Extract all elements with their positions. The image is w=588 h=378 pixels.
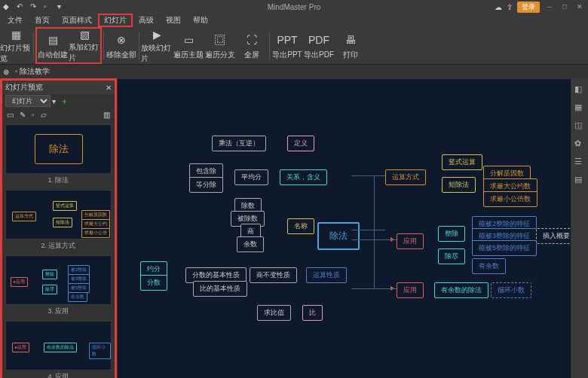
node-yunsuanfangshi[interactable]: 运算方式 — [385, 169, 426, 185]
遍历主题-icon: ▭ — [180, 32, 197, 48]
redo-icon[interactable]: ↷ — [30, 2, 39, 11]
node-yingyong1[interactable]: 应用 — [397, 233, 424, 249]
node-qiubi[interactable]: 求比值 — [257, 305, 291, 321]
移除全部-icon: ⊗ — [113, 32, 130, 48]
menu-首页[interactable]: 首页 — [29, 14, 56, 27]
menu-幻灯片[interactable]: 幻灯片 — [98, 14, 133, 27]
ribbon-group: ▦幻灯片预览 — [0, 27, 32, 64]
node-bi[interactable]: 比 — [302, 305, 323, 321]
slide-thumb[interactable]: ▸应用有余数的除法循环小数4. 应用 — [5, 321, 112, 378]
menu-视图[interactable]: 视图 — [160, 14, 187, 27]
rt-style-icon[interactable]: ◧ — [574, 84, 585, 95]
qat-more-icon[interactable]: ▾ — [57, 2, 66, 11]
menu-文件[interactable]: 文件 — [2, 14, 29, 27]
undo-icon[interactable]: ↶ — [17, 2, 26, 11]
ribbon: ▦幻灯片预览▤自动创建▧系加幻灯片⊗移除全部▶放映幻灯片▭遍历主题⿴遍历分支⛶全… — [0, 27, 588, 65]
ribbon-导出PPT[interactable]: PPT导出PPT — [271, 27, 303, 64]
node-yingyong2[interactable]: 应用 — [397, 282, 424, 298]
save-icon[interactable]: ▫ — [44, 2, 53, 11]
ribbon-全屏[interactable]: ⛶全屏 — [236, 27, 268, 64]
ribbon-幻灯片预览[interactable]: ▦幻灯片预览 — [0, 27, 32, 64]
node-bijb[interactable]: 比的基本性质 — [193, 281, 247, 297]
node-shushi[interactable]: 竖式运算 — [442, 154, 482, 170]
node-charu[interactable]: 插入概要 — [536, 228, 571, 244]
close-panel-icon[interactable]: ⊗ — [3, 68, 9, 76]
close-button[interactable]: ✕ — [574, 2, 585, 11]
node-tz5[interactable]: 能被5整除的特征 — [472, 240, 537, 256]
自动创建-icon: ▤ — [44, 32, 61, 48]
slide-selector[interactable]: 幻灯片 2 — [5, 95, 51, 107]
tool-edit-icon[interactable]: ✎ — [20, 111, 26, 119]
slide-label: 2. 运算方式 — [5, 239, 112, 252]
node-dingyi[interactable]: 定义 — [287, 136, 314, 151]
cloud-icon[interactable]: ☁ — [495, 3, 502, 11]
node-chujin[interactable]: 除尽 — [438, 248, 465, 264]
minimize-button[interactable]: – — [544, 2, 555, 11]
node-youyushu[interactable]: 有余数 — [472, 258, 506, 274]
ribbon-遍历主题[interactable]: ▭遍历主题 — [173, 27, 204, 64]
connector — [351, 230, 385, 230]
幻灯片预览-icon: ▦ — [8, 27, 24, 41]
node-pingjunfen[interactable]: 平均分 — [234, 169, 268, 185]
node-youyuchufa[interactable]: 有余数的除法 — [434, 282, 488, 298]
content: 幻灯片预览 ✕ 幻灯片 2 ▾ ＋ ▭ ✎ ▫ ▱ ▥ 除法1. 除法运算方式竖… — [0, 78, 588, 378]
tool-view-icon[interactable]: ▥ — [103, 111, 110, 119]
node-fenshu[interactable]: 分数 — [140, 275, 167, 291]
node-gongbei[interactable]: 求最小公倍数 — [483, 191, 537, 207]
titlebar: ◆ ↶ ↷ ▫ ▾ MindMaster Pro ☁ ⇪ 登录 – □ ✕ — [0, 0, 588, 14]
node-dengfenchu[interactable]: 等分除 — [189, 177, 223, 193]
rt-theme-icon[interactable]: ▦ — [574, 102, 585, 113]
系加幻灯片-icon: ▧ — [76, 29, 93, 41]
slides-panel-header: 幻灯片预览 ✕ — [2, 81, 115, 94]
ribbon-移除全部[interactable]: ⊗移除全部 — [106, 27, 137, 64]
share-icon[interactable]: ⇪ — [507, 3, 513, 11]
menu-高级[interactable]: 高级 — [133, 14, 160, 27]
rt-layout-icon[interactable]: ◫ — [574, 120, 585, 131]
ribbon-放映幻灯片[interactable]: ▶放映幻灯片 — [141, 27, 173, 64]
tool-insert-icon[interactable]: ▭ — [7, 111, 14, 119]
slides-toolbar: ▭ ✎ ▫ ▱ ▥ — [2, 108, 115, 121]
rt-icon-icon[interactable]: ☰ — [574, 157, 585, 167]
ribbon-自动创建[interactable]: ▤自动创建 — [37, 29, 69, 62]
node-mingcheng[interactable]: 名称 — [287, 218, 314, 234]
slide-thumb[interactable]: 除法1. 除法 — [5, 124, 112, 187]
slide-sel-dropdown-icon[interactable]: ▾ — [52, 97, 56, 105]
panel-close-icon[interactable]: ✕ — [106, 84, 112, 92]
ribbon-group: ⊗移除全部 — [106, 27, 137, 64]
node-ysxz[interactable]: 运算性质 — [306, 267, 347, 283]
mindmap-canvas[interactable]: 除法 定义 乘法（互逆） 关系，含义 平均分 包含除 等分除 名称 除数 被除数… — [117, 78, 571, 378]
slide-thumb[interactable]: 运算方式竖式运算短除法分解质因数求最大公约求最小公倍2. 运算方式 — [5, 190, 112, 252]
ribbon-导出PDF[interactable]: PDF导出PDF — [303, 27, 335, 64]
node-duanchu[interactable]: 短除法 — [442, 177, 476, 193]
node-center[interactable]: 除法 — [317, 222, 360, 250]
ribbon-group: PPT导出PPTPDF导出PDF🖶打印 — [271, 27, 366, 64]
node-chengfa[interactable]: 乘法（互逆） — [212, 136, 266, 151]
app-icon: ◆ — [3, 2, 12, 11]
document-tab[interactable]: ▫ 除法教学 — [15, 66, 50, 77]
ribbon-遍历分支[interactable]: ⿴遍历分支 — [204, 27, 236, 64]
tool-frame-icon[interactable]: ▱ — [41, 111, 47, 119]
ribbon-系加幻灯片[interactable]: ▧系加幻灯片 — [69, 29, 100, 62]
rt-tag-icon[interactable]: ✿ — [574, 139, 585, 149]
tool-copy-icon[interactable]: ▫ — [32, 111, 35, 119]
slide-thumb[interactable]: ▸应用整除除尽被2整除被3整除被5整除有余数3. 应用 — [5, 255, 112, 318]
node-yushu[interactable]: 余数 — [237, 236, 264, 252]
slide-label: 3. 应用 — [5, 305, 112, 318]
node-xunhuan[interactable]: 循环小数 — [491, 282, 531, 298]
add-slide-button[interactable]: ＋ — [60, 96, 69, 107]
document-tabs: ⊗ ▫ 除法教学 — [0, 65, 588, 78]
right-toolbar: ◧ ▦ ◫ ✿ ☰ ▤ — [571, 78, 588, 378]
ribbon-打印[interactable]: 🖶打印 — [335, 27, 366, 64]
全屏-icon: ⛶ — [243, 32, 260, 48]
node-sbb[interactable]: 商不变性质 — [250, 267, 297, 283]
menu-页面样式[interactable]: 页面样式 — [56, 14, 98, 27]
rt-clip-icon[interactable]: ▤ — [574, 175, 585, 185]
maximize-button[interactable]: □ — [559, 2, 570, 11]
node-zhengchu[interactable]: 整除 — [438, 226, 465, 242]
qat: ◆ ↶ ↷ ▫ ▾ — [3, 2, 66, 11]
menu-帮助[interactable]: 帮助 — [187, 14, 214, 27]
导出PPT-icon: PPT — [279, 32, 296, 48]
login-button[interactable]: 登录 — [517, 2, 540, 13]
打印-icon: 🖶 — [342, 32, 359, 48]
node-guanxi[interactable]: 关系，含义 — [280, 169, 327, 185]
